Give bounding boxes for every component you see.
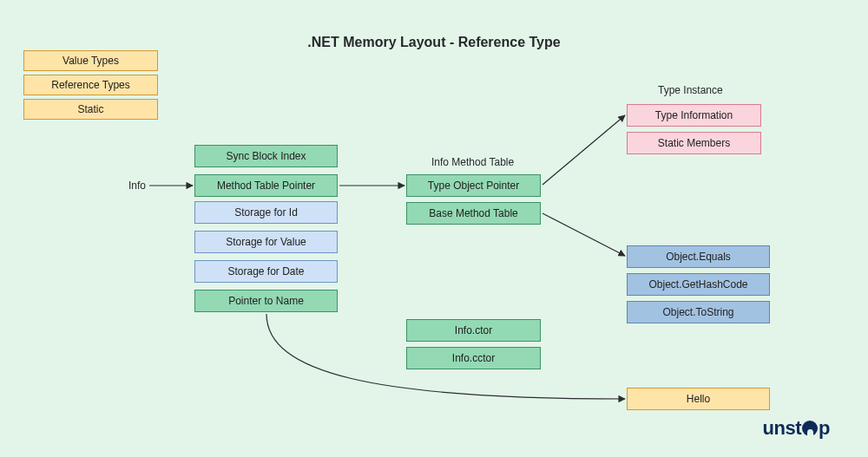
legend-reference-types: Reference Types (23, 75, 158, 95)
svg-line-2 (542, 115, 625, 185)
info-label: Info (128, 180, 146, 192)
type-instance-heading: Type Instance (658, 84, 723, 96)
svg-line-3 (542, 213, 625, 256)
logo-text-1: unst (763, 417, 801, 439)
legend-static: Static (23, 99, 158, 120)
diagram-title: .NET Memory Layout - Reference Type (307, 35, 560, 50)
hello-box: Hello (627, 388, 770, 410)
legend-value-types: Value Types (23, 50, 158, 71)
base-method-table: Base Method Table (406, 202, 541, 225)
object-equals: Object.Equals (627, 245, 770, 268)
sync-block-index: Sync Block Index (194, 145, 338, 167)
storage-id: Storage for Id (194, 201, 338, 224)
logo-orb-icon (802, 421, 818, 436)
storage-date: Storage for Date (194, 260, 338, 283)
object-tostring: Object.ToString (627, 301, 770, 323)
storage-value: Storage for Value (194, 231, 338, 253)
pointer-to-name: Pointer to Name (194, 290, 338, 312)
unstop-logo: unstp (763, 417, 830, 440)
info-cctor: Info.cctor (406, 347, 541, 369)
method-table-pointer: Method Table Pointer (194, 174, 338, 197)
type-object-pointer: Type Object Pointer (406, 174, 541, 197)
method-table-heading: Info Method Table (431, 156, 514, 168)
logo-text-2: p (819, 417, 830, 439)
object-gethashcode: Object.GetHashCode (627, 273, 770, 296)
static-members: Static Members (627, 132, 761, 154)
info-ctor: Info.ctor (406, 319, 541, 342)
type-information: Type Information (627, 104, 761, 127)
